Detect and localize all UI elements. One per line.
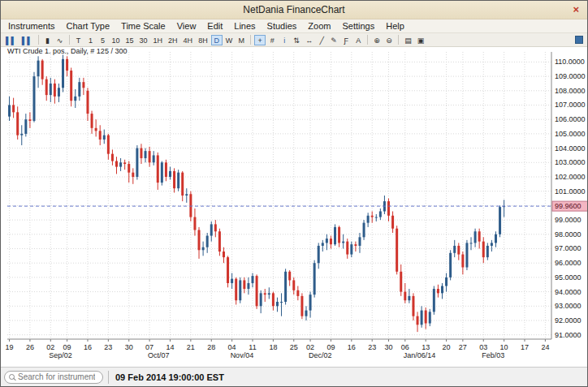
toolbar-more-button[interactable] bbox=[575, 36, 583, 44]
x-axis-month-label: Sep/02 bbox=[49, 351, 72, 359]
candle-body bbox=[153, 155, 155, 162]
fibonacci-button[interactable]: Ƒ bbox=[340, 35, 352, 45]
candle-body bbox=[342, 242, 344, 243]
x-axis-label: 30 bbox=[125, 343, 133, 351]
candle-body bbox=[322, 243, 324, 246]
y-axis-label: 107.0000 bbox=[555, 101, 586, 109]
menu-item-settings[interactable]: Settings bbox=[336, 20, 380, 32]
candle-body bbox=[140, 148, 142, 158]
line-type-button[interactable]: ∿ bbox=[54, 35, 66, 45]
x-axis-label: 19 bbox=[6, 343, 14, 351]
zoom-out-button[interactable]: ⊖ bbox=[383, 35, 395, 45]
x-axis-month-label: Oct/07 bbox=[148, 351, 170, 359]
tf-1m-button[interactable]: 1 bbox=[85, 35, 97, 45]
candlestick-chart[interactable]: 110.0000109.0000108.0000107.0000106.0000… bbox=[1, 47, 588, 367]
x-axis-month-label: Nov/04 bbox=[231, 351, 254, 359]
candle-body bbox=[99, 131, 102, 140]
tf-2h-button[interactable]: 2H bbox=[166, 35, 180, 45]
candle-body bbox=[115, 161, 118, 167]
menu-item-edit[interactable]: Edit bbox=[201, 20, 228, 32]
candle-body bbox=[437, 289, 439, 293]
x-axis-label: 02 bbox=[46, 343, 54, 351]
snapshot-button[interactable]: ▣ bbox=[415, 35, 427, 45]
candle-body bbox=[210, 224, 213, 235]
vertical-arrows-button[interactable]: ⇅ bbox=[291, 35, 302, 45]
tf-1h-button[interactable]: 1H bbox=[151, 35, 166, 45]
candle-body bbox=[24, 119, 27, 134]
y-axis-label: 105.0000 bbox=[555, 130, 586, 138]
candle-body bbox=[91, 114, 93, 128]
search-input[interactable] bbox=[18, 372, 95, 381]
pause-left-button[interactable]: ▌▌ bbox=[3, 35, 19, 45]
candle-body bbox=[82, 82, 84, 88]
candle-body bbox=[491, 243, 493, 246]
candle-body bbox=[239, 280, 241, 300]
menu-item-help[interactable]: Help bbox=[380, 20, 410, 32]
menu-item-view[interactable]: View bbox=[171, 20, 202, 32]
candle-body bbox=[227, 257, 229, 283]
menu-item-studies[interactable]: Studies bbox=[262, 20, 303, 32]
x-axis-month-label: Jan/06/14 bbox=[404, 351, 436, 359]
timestamp: 09 Feb 2014 19:00:00 EST bbox=[110, 372, 229, 382]
tf-15m-button[interactable]: 15 bbox=[123, 35, 136, 45]
x-axis-label: 27 bbox=[459, 343, 467, 351]
close-button[interactable]: × bbox=[573, 3, 579, 16]
candle-body bbox=[16, 112, 19, 135]
crosshair-button[interactable]: + bbox=[254, 35, 266, 45]
x-axis-month-label: Dec/02 bbox=[309, 351, 332, 359]
print-button[interactable]: ▤ bbox=[402, 35, 414, 45]
candle-body bbox=[32, 76, 35, 121]
y-axis-label: 97.0000 bbox=[555, 244, 582, 252]
search-box[interactable] bbox=[4, 371, 103, 384]
tf-monthly-button[interactable]: M bbox=[236, 35, 247, 45]
candle-body bbox=[157, 155, 159, 183]
candle-body bbox=[350, 244, 352, 254]
pause-right-button[interactable]: ▌▌ bbox=[19, 35, 35, 45]
candle-body bbox=[499, 207, 501, 234]
menu-item-chart-type[interactable]: Chart Type bbox=[60, 20, 115, 32]
tf-4h-button[interactable]: 4H bbox=[181, 35, 196, 45]
tf-tick-button[interactable]: T bbox=[73, 35, 84, 45]
candle-body bbox=[334, 227, 336, 244]
tf-10m-button[interactable]: 10 bbox=[110, 35, 123, 45]
tf-5m-button[interactable]: 5 bbox=[97, 35, 109, 45]
candle-body bbox=[453, 246, 456, 253]
candle-body bbox=[28, 119, 31, 121]
candle-body bbox=[173, 171, 175, 188]
y-axis-label: 92.0000 bbox=[555, 316, 582, 325]
candle-body bbox=[421, 311, 423, 325]
tf-daily-button[interactable]: D bbox=[211, 35, 223, 45]
menu-item-lines[interactable]: Lines bbox=[228, 20, 261, 32]
candlestick-type-button[interactable]: ▮ bbox=[42, 35, 54, 45]
x-axis-label: 28 bbox=[207, 343, 215, 351]
y-axis-label: 99.0000 bbox=[555, 216, 582, 224]
x-axis-label: 23 bbox=[104, 343, 112, 351]
info-button[interactable]: i bbox=[279, 35, 290, 45]
menu-item-time-scale[interactable]: Time Scale bbox=[115, 20, 171, 32]
menu-item-zoom[interactable]: Zoom bbox=[302, 20, 336, 32]
toolbar-separator bbox=[250, 35, 251, 45]
candle-body bbox=[474, 231, 477, 243]
candle-body bbox=[193, 217, 196, 230]
tf-weekly-button[interactable]: W bbox=[223, 35, 236, 45]
text-tool-button[interactable]: A bbox=[352, 35, 364, 45]
window-title: NetDania FinanceChart bbox=[243, 4, 344, 15]
current-price-label: 99.9600 bbox=[555, 202, 582, 210]
toolbar-separator bbox=[398, 35, 399, 45]
tf-8h-button[interactable]: 8H bbox=[196, 35, 210, 45]
chart-area: WTI Crude 1. pos., Daily, # 125 / 300 11… bbox=[1, 47, 587, 367]
tf-30m-button[interactable]: 30 bbox=[137, 35, 150, 45]
menu-item-instruments[interactable]: Instruments bbox=[2, 20, 60, 32]
candle-body bbox=[243, 280, 245, 289]
candle-body bbox=[391, 216, 394, 229]
grid-button[interactable]: # bbox=[266, 35, 278, 45]
candle-body bbox=[214, 224, 217, 231]
horizontal-arrows-button[interactable]: ↔ bbox=[303, 35, 315, 45]
pencil-button[interactable]: ✎ bbox=[328, 35, 339, 45]
trendline-button[interactable]: ╱ bbox=[316, 35, 327, 45]
candle-body bbox=[292, 280, 295, 290]
candle-body bbox=[149, 151, 151, 162]
candle-body bbox=[128, 164, 130, 173]
x-axis-label: 17 bbox=[521, 343, 529, 351]
zoom-in-button[interactable]: ⊕ bbox=[371, 35, 383, 45]
